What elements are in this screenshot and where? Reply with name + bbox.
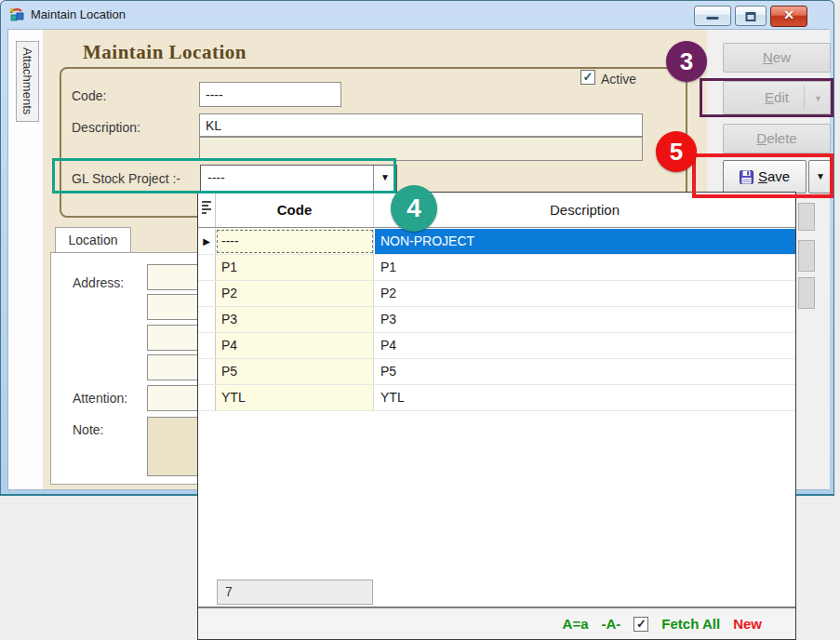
cell-description[interactable]: P1 — [375, 255, 795, 280]
tab-location[interactable]: Location — [55, 227, 131, 253]
tab-attachments[interactable]: Attachments — [16, 41, 39, 122]
cell-code[interactable]: YTL — [216, 385, 374, 410]
close-icon: ✕ — [771, 7, 807, 22]
minimize-icon — [707, 17, 719, 20]
grid-body: ▶----NON-PROJECTP1P1P2P2P3P3P4P4P5P5YTLY… — [198, 229, 795, 411]
cell-code[interactable]: P2 — [216, 281, 374, 306]
step4-highlight-box — [52, 158, 396, 193]
cell-code[interactable]: P3 — [216, 307, 374, 332]
record-count-box: 7 — [217, 580, 373, 605]
description-input[interactable] — [199, 113, 643, 137]
maximize-icon — [746, 12, 756, 21]
row-indicator — [198, 281, 216, 306]
row-indicator — [198, 359, 216, 384]
step5-highlight-box — [692, 153, 833, 198]
project-lookup-popup: Code Description ▶----NON-PROJECTP1P1P2P… — [197, 192, 796, 640]
row-indicator — [198, 385, 216, 410]
row-indicator — [198, 333, 216, 358]
row-indicator — [198, 255, 216, 280]
row-indicator: ▶ — [198, 229, 216, 254]
case-sensitive-toggle[interactable]: A=a — [563, 616, 589, 632]
fetch-all-checkbox[interactable]: ✓ — [633, 617, 648, 632]
grid-row[interactable]: P1P1 — [198, 255, 795, 281]
fetch-all-label: Fetch All — [661, 616, 720, 632]
hidden-button-sliver — [798, 240, 815, 272]
groupbox-title: Maintain Location — [78, 41, 251, 64]
hidden-button-sliver — [798, 203, 815, 231]
fetch-all-checkmark: ✓ — [636, 617, 647, 631]
cell-code[interactable]: ---- — [216, 229, 374, 254]
cell-code[interactable]: P5 — [216, 359, 374, 384]
step3-badge: 3 — [666, 41, 707, 82]
grid-row[interactable]: P5P5 — [198, 359, 795, 385]
grid-row[interactable]: P3P3 — [198, 307, 795, 333]
column-header-code[interactable]: Code — [216, 193, 374, 227]
minimize-button[interactable] — [694, 6, 731, 26]
row-indicator — [198, 307, 216, 332]
grid-footer: A=a -A- ✓ Fetch All New — [198, 608, 795, 639]
step5-badge: 5 — [656, 131, 697, 172]
contains-search-toggle[interactable]: -A- — [602, 616, 621, 632]
active-checkmark: ✓ — [583, 70, 593, 84]
grid-row[interactable]: YTLYTL — [198, 385, 795, 411]
hidden-button-sliver — [798, 277, 815, 309]
screen: Maintain Location ✕ Attachments Maintain… — [0, 0, 840, 640]
close-button[interactable]: ✕ — [770, 6, 807, 27]
cell-description[interactable]: P2 — [375, 281, 795, 306]
new-button[interactable]: New — [723, 43, 831, 73]
cell-description[interactable]: NON-PROJECT — [375, 229, 795, 254]
delete-button[interactable]: Delete — [723, 124, 831, 153]
cell-description[interactable]: P3 — [375, 307, 795, 332]
active-checkbox[interactable]: ✓ — [580, 70, 595, 85]
cell-description[interactable]: P4 — [375, 333, 795, 358]
window-title: Maintain Location — [31, 7, 126, 21]
grid-row[interactable]: P2P2 — [198, 281, 795, 307]
cell-description[interactable]: P5 — [375, 359, 795, 384]
active-label: Active — [601, 72, 636, 87]
column-menu-icon — [202, 201, 211, 216]
cell-description[interactable]: YTL — [375, 385, 795, 410]
code-label: Code: — [72, 88, 106, 103]
cell-code[interactable]: P1 — [216, 255, 374, 280]
note-label: Note: — [73, 422, 103, 437]
grid-row[interactable]: P4P4 — [198, 333, 795, 359]
code-input[interactable] — [199, 82, 341, 107]
description-label: Description: — [72, 120, 140, 135]
footer-new-link[interactable]: New — [733, 616, 762, 632]
step4-badge: 4 — [391, 185, 437, 232]
grid-corner-cell[interactable] — [198, 193, 216, 227]
cell-code[interactable]: P4 — [216, 333, 374, 358]
app-icon — [9, 7, 25, 23]
maximize-button[interactable] — [735, 6, 767, 26]
step3-highlight-box — [700, 78, 833, 117]
grid-row[interactable]: ▶----NON-PROJECT — [198, 229, 795, 255]
attention-label: Attention: — [73, 391, 127, 406]
titlebar[interactable]: Maintain Location ✕ — [1, 1, 833, 29]
address-label: Address: — [73, 275, 124, 290]
